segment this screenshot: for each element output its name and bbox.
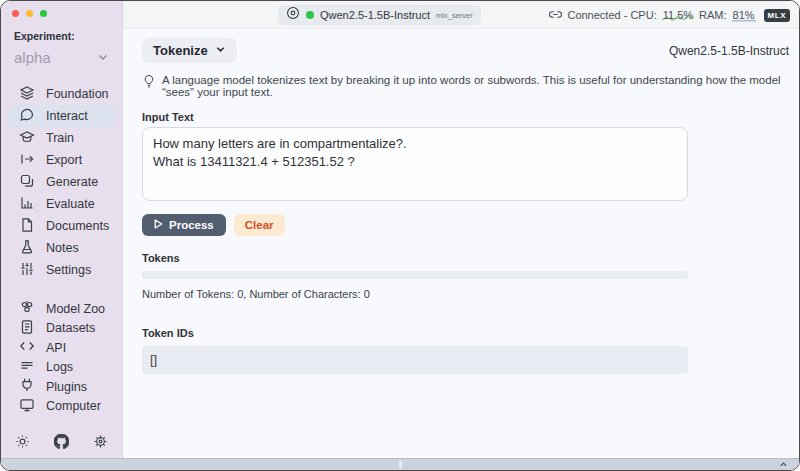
ram-label: RAM: bbox=[699, 9, 727, 21]
model-target-icon bbox=[286, 6, 300, 24]
sliders-icon bbox=[19, 261, 35, 280]
current-model-pill[interactable]: Qwen2.5-1.5B-Instruct mlx_server bbox=[278, 5, 481, 25]
engine-badge: MLX bbox=[764, 9, 790, 22]
connection-status[interactable]: Connected - CPU: 11.5% RAM: 81% MLX bbox=[549, 1, 790, 29]
page-model-title: Qwen2.5-1.5B-Instruct bbox=[669, 44, 789, 58]
process-button[interactable]: Process bbox=[142, 214, 226, 236]
expand-drawer-button[interactable] bbox=[778, 459, 789, 470]
input-text-label: Input Text bbox=[142, 111, 789, 123]
app-window: Experiment: alpha Foundation Interact Tr… bbox=[0, 0, 800, 471]
zoom-window-button[interactable] bbox=[40, 10, 47, 17]
model-name: Qwen2.5-1.5B-Instruct bbox=[320, 9, 430, 21]
clear-button[interactable]: Clear bbox=[234, 214, 285, 236]
input-text-area[interactable]: How many letters are in compartmentalize… bbox=[142, 127, 688, 201]
document-icon bbox=[19, 217, 35, 236]
experiment-name: alpha bbox=[14, 49, 51, 66]
connection-status-label: Connected - CPU: bbox=[567, 9, 656, 21]
ram-value: 81% bbox=[733, 9, 755, 21]
sidebar-item-interact[interactable]: Interact bbox=[8, 105, 115, 127]
sidebar-item-generate[interactable]: Generate bbox=[8, 171, 115, 193]
sidebar-item-label: Settings bbox=[46, 263, 91, 277]
process-button-label: Process bbox=[169, 219, 214, 231]
sidebar-item-label: API bbox=[46, 341, 66, 355]
sidebar: Experiment: alpha Foundation Interact Tr… bbox=[1, 1, 123, 458]
sidebar-item-label: Foundation bbox=[46, 87, 109, 101]
sidebar-item-datasets[interactable]: Datasets bbox=[8, 319, 115, 339]
copy-icon bbox=[19, 173, 35, 192]
clear-button-label: Clear bbox=[245, 219, 274, 231]
ram-stat: 81% bbox=[732, 9, 756, 21]
mode-selector-label: Tokenize bbox=[153, 43, 208, 58]
sun-icon bbox=[15, 434, 30, 453]
cpu-stat: 11.5% bbox=[662, 9, 694, 21]
plug-icon bbox=[19, 377, 35, 396]
export-arrow-icon bbox=[19, 151, 35, 170]
window-controls bbox=[1, 1, 122, 17]
tip-row: A language model tokenizes text by break… bbox=[142, 74, 789, 98]
sidebar-item-plugins[interactable]: Plugins bbox=[8, 377, 115, 397]
token-ids-label: Token IDs bbox=[142, 327, 789, 339]
dataset-icon bbox=[19, 319, 35, 338]
link-icon bbox=[549, 8, 562, 23]
sidebar-nav-primary: Foundation Interact Train Export Generat… bbox=[1, 83, 122, 281]
github-button[interactable] bbox=[54, 434, 69, 453]
experiment-selector[interactable]: alpha bbox=[14, 49, 109, 66]
tokens-output-bar bbox=[142, 271, 688, 279]
cpu-value: 11.5% bbox=[663, 9, 693, 21]
drag-handle[interactable] bbox=[399, 461, 402, 469]
sidebar-item-label: Computer bbox=[46, 399, 101, 413]
sidebar-item-label: Train bbox=[46, 131, 74, 145]
lightbulb-icon bbox=[142, 74, 156, 93]
sidebar-item-logs[interactable]: Logs bbox=[8, 358, 115, 378]
tip-text: A language model tokenizes text by break… bbox=[162, 74, 789, 98]
sidebar-item-api[interactable]: API bbox=[8, 338, 115, 358]
sidebar-item-label: Plugins bbox=[46, 380, 87, 394]
sidebar-item-evaluate[interactable]: Evaluate bbox=[8, 193, 115, 215]
top-bar: Qwen2.5-1.5B-Instruct mlx_server Connect… bbox=[123, 1, 799, 29]
model-running-status-dot bbox=[306, 11, 314, 19]
code-icon bbox=[19, 338, 35, 357]
sidebar-item-settings[interactable]: Settings bbox=[8, 259, 115, 281]
model-engine: mlx_server bbox=[436, 11, 473, 20]
sidebar-item-documents[interactable]: Documents bbox=[8, 215, 115, 237]
chevron-down-icon bbox=[215, 43, 226, 58]
mode-selector-dropdown[interactable]: Tokenize bbox=[142, 38, 237, 63]
theme-toggle-button[interactable] bbox=[15, 434, 30, 453]
bottom-drawer-bar[interactable] bbox=[1, 458, 799, 470]
main-panel: Tokenize Qwen2.5-1.5B-Instruct A languag… bbox=[123, 29, 799, 458]
app-settings-button[interactable] bbox=[93, 434, 108, 453]
github-icon bbox=[54, 434, 69, 453]
experiment-label: Experiment: bbox=[14, 30, 122, 42]
sidebar-item-label: Notes bbox=[46, 241, 79, 255]
sidebar-item-label: Interact bbox=[46, 109, 88, 123]
sidebar-item-export[interactable]: Export bbox=[8, 149, 115, 171]
sidebar-nav-secondary: Model Zoo Datasets API Logs Plugins Comp… bbox=[1, 299, 122, 416]
chat-bubble-icon bbox=[19, 107, 35, 126]
sidebar-item-label: Generate bbox=[46, 175, 98, 189]
sidebar-item-label: Model Zoo bbox=[46, 302, 105, 316]
sidebar-item-computer[interactable]: Computer bbox=[8, 397, 115, 417]
sidebar-item-label: Evaluate bbox=[46, 197, 95, 211]
flask-icon bbox=[19, 239, 35, 258]
close-window-button[interactable] bbox=[12, 10, 19, 17]
bar-chart-icon bbox=[19, 195, 35, 214]
sidebar-item-train[interactable]: Train bbox=[8, 127, 115, 149]
model-zoo-icon bbox=[19, 299, 35, 318]
token-ids-output: [] bbox=[142, 346, 688, 374]
sidebar-item-label: Datasets bbox=[46, 321, 95, 335]
tokens-label: Tokens bbox=[142, 252, 789, 264]
sidebar-item-notes[interactable]: Notes bbox=[8, 237, 115, 259]
monitor-icon bbox=[19, 397, 35, 416]
minimize-window-button[interactable] bbox=[26, 10, 33, 17]
layers-icon bbox=[19, 85, 35, 104]
sidebar-item-model-zoo[interactable]: Model Zoo bbox=[8, 299, 115, 319]
play-icon bbox=[154, 219, 163, 231]
sidebar-item-label: Export bbox=[46, 153, 82, 167]
sidebar-item-label: Documents bbox=[46, 219, 109, 233]
sidebar-item-label: Logs bbox=[46, 360, 73, 374]
chevron-down-icon bbox=[97, 49, 109, 66]
logs-icon bbox=[19, 358, 35, 377]
sidebar-item-foundation[interactable]: Foundation bbox=[8, 83, 115, 105]
sidebar-bottom-toolbar bbox=[1, 434, 122, 461]
graduation-cap-icon bbox=[19, 129, 35, 148]
